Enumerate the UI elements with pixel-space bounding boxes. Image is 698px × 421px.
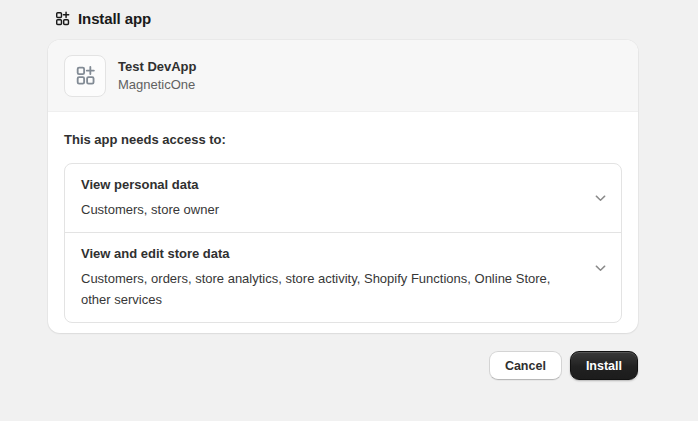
footer-actions: Cancel Install <box>489 351 638 380</box>
app-developer: MagneticOne <box>118 77 197 92</box>
permission-description: Customers, store owner <box>81 199 571 220</box>
access-heading: This app needs access to: <box>64 132 622 148</box>
card-body: This app needs access to: View personal … <box>48 112 638 323</box>
app-name: Test DevApp <box>118 59 197 74</box>
page-header: Install app <box>54 7 151 29</box>
permission-title: View and edit store data <box>81 245 575 262</box>
permissions-list: View personal data Customers, store owne… <box>64 163 622 323</box>
install-button[interactable]: Install <box>570 351 638 380</box>
app-summary-header: Test DevApp MagneticOne <box>48 40 638 112</box>
permission-description: Customers, orders, store analytics, stor… <box>81 268 571 310</box>
permission-title: View personal data <box>81 176 575 193</box>
page-title: Install app <box>78 10 151 27</box>
chevron-down-icon[interactable] <box>593 261 608 276</box>
app-logo <box>64 55 106 97</box>
apps-grid-plus-icon <box>74 64 97 87</box>
chevron-down-icon[interactable] <box>593 191 608 206</box>
install-card: Test DevApp MagneticOne This app needs a… <box>48 40 638 333</box>
app-meta: Test DevApp MagneticOne <box>118 59 197 92</box>
apps-icon <box>54 10 71 27</box>
cancel-button[interactable]: Cancel <box>489 351 562 380</box>
permission-row-personal-data[interactable]: View personal data Customers, store owne… <box>65 164 621 232</box>
permission-row-store-data[interactable]: View and edit store data Customers, orde… <box>65 232 621 322</box>
